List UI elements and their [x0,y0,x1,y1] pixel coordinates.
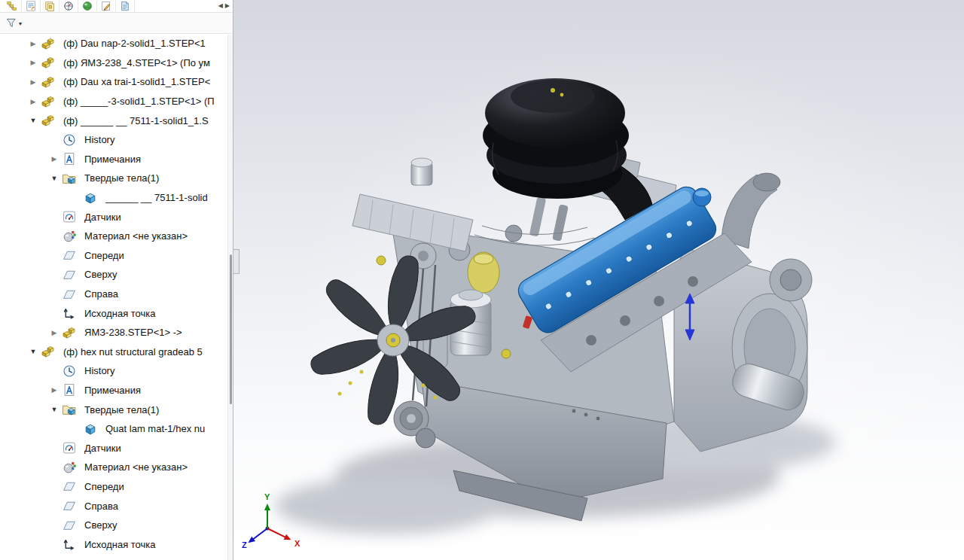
annotations-icon [62,383,77,397]
plane-icon [62,288,77,301]
tree-item[interactable]: ▶Примечания [0,381,233,400]
tree-item[interactable]: ▶(ф) _____-3-solid1_1.STEP<1> (П [0,92,233,111]
tabs-scroll-right-button[interactable]: ▶ [225,0,230,12]
filter-bar: ▾ [0,13,233,34]
expand-arrow[interactable]: ▶ [48,329,60,336]
dimxpertmanager-icon [63,1,74,11]
tree-scrollbar[interactable] [227,35,233,560]
part-icon [41,75,56,89]
tree-item[interactable]: Спереди [0,477,233,497]
filter-funnel-icon[interactable] [6,17,17,29]
engine-3d-model[interactable]: Y X Z [233,0,964,560]
history-icon [62,364,77,378]
tree-item[interactable]: Датчики [0,438,233,458]
tree-item[interactable]: ▶ЯМЗ-238.STEP<1> -> [0,323,233,342]
triad-z-label: Z [242,540,247,549]
collapse-arrow[interactable]: ▼ [27,348,39,355]
panel-collapse-handle[interactable] [233,249,239,274]
tree-item[interactable]: Спереди [0,246,233,266]
tab-featuremanager-design-tree[interactable] [3,0,22,12]
solid-folder-icon [62,403,77,416]
tree-item[interactable]: ▼(ф) ______ __ 7511-1-solid1_1.S [0,111,233,130]
material-icon [62,230,77,243]
tree-item-label: Исходная точка [84,308,156,319]
tree-scrollbar-thumb[interactable] [230,254,232,404]
tree-item[interactable]: ▼Твердые тела(1) [0,400,233,419]
valve-cover-left[interactable] [352,158,473,251]
tree-item[interactable]: Справа [0,285,233,304]
expand-arrow[interactable]: ▶ [48,155,60,163]
tree-item-label: Материал <не указан> [84,461,188,473]
tree-item-label: Твердые тела(1) [84,404,159,415]
featuremanager-design-tree-icon [7,1,17,11]
tree-item[interactable]: ▼Твердые тела(1) [0,169,233,188]
propertymanager-icon [26,1,36,11]
collapse-arrow[interactable]: ▼ [48,175,60,182]
part-icon [41,37,56,50]
tree-item[interactable]: ▶Примечания [0,150,233,169]
tree-item-label: Сверху [84,519,117,531]
tree-item-label: Сверху [84,269,117,280]
collapse-arrow[interactable]: ▼ [27,117,39,124]
exhaust-pipe[interactable] [721,173,780,248]
tab-displaymanager[interactable] [78,0,97,12]
tab-dimxpertmanager[interactable] [59,0,78,12]
triad-y-label: Y [264,492,270,501]
plane-icon [62,499,77,513]
origin-icon [62,306,77,320]
tree-item[interactable]: Справа [0,496,233,516]
material-icon [62,461,77,474]
tree-item[interactable]: Датчики [0,207,233,227]
collapse-arrow[interactable]: ▼ [48,406,60,413]
part-icon [62,326,77,339]
tree-item[interactable]: ▶(ф) Dau xa trai-1-solid1_1.STEP< [0,72,233,92]
tab-configurationmanager[interactable] [41,0,59,12]
expand-arrow[interactable]: ▶ [48,386,60,394]
tree-item[interactable]: Исходная точка [0,303,233,323]
tree-item-label: Quat lam mat-1/hex nu [105,423,205,434]
solid-body-icon [83,191,98,205]
part-icon [41,345,56,358]
tree-item[interactable]: ▼(ф) hex nut structural gradeab 5 [0,342,233,362]
tree-item-label: (ф) Dau nap-2-solid1_1.STEP<1 [63,38,206,49]
tree-item[interactable]: Сверху [0,516,233,535]
tree-item-label: (ф) _____-3-solid1_1.STEP<1> (П [63,96,215,107]
tree-item[interactable]: Материал <не указан> [0,227,233,246]
triad-x-label: X [294,539,300,548]
tree-item[interactable]: Исходная точка [0,534,233,554]
tree-item[interactable]: Материал <не указан> [0,458,233,477]
tree-item[interactable]: ▶(ф) ЯМЗ-238_4.STEP<1> (По ум [0,53,233,73]
tree-item-label: Примечания [84,154,141,165]
part-icon [41,56,56,69]
tree-item[interactable]: History [0,130,233,150]
tree-item[interactable]: History [0,361,233,381]
tree-item[interactable]: ▶(ф) Dau nap-2-solid1_1.STEP<1 [0,34,233,53]
part-icon [41,95,56,108]
tree-item[interactable]: ______ __ 7511-1-solid [0,188,233,208]
markup-pencil-icon [101,1,111,11]
tab-markup[interactable] [97,0,116,12]
tree-item-label: Спереди [84,481,124,492]
displaymanager-icon [82,1,93,11]
expand-arrow[interactable]: ▶ [27,59,39,66]
tree-item-label: (ф) ______ __ 7511-1-solid1_1.S [63,115,209,126]
feature-manager-panel: ◀ ▶ ▾ ▶(ф) Dau nap-2-solid1_1.STEP<1▶(ф)… [0,0,233,560]
filter-dropdown-caret[interactable]: ▾ [19,20,22,27]
tree-item[interactable]: Quat lam mat-1/hex nu [0,419,233,439]
tree-item-label: Твердые тела(1) [84,172,159,184]
graphics-viewport[interactable]: Y X Z [233,0,964,560]
tree-item-label: (ф) Dau xa trai-1-solid1_1.STEP< [63,76,210,87]
solid-body-icon [83,422,98,436]
origin-icon [62,537,77,551]
expand-arrow[interactable]: ▶ [27,78,39,86]
plane-icon [62,479,77,493]
tree-item-label: Спереди [84,250,124,261]
expand-arrow[interactable]: ▶ [27,98,39,105]
tree-item[interactable]: Сверху [0,265,233,285]
tab-propertymanager[interactable] [22,0,41,12]
air-cleaner[interactable] [483,78,652,220]
tree-item-label: ______ __ 7511-1-solid [105,192,208,203]
expand-arrow[interactable]: ▶ [27,40,39,47]
tabs-scroll-left-button[interactable]: ◀ [218,0,223,12]
tab-document-pane[interactable] [116,0,135,12]
